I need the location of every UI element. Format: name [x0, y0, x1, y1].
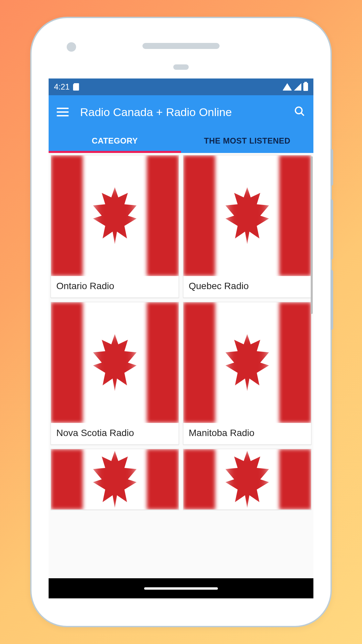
category-label: Quebec Radio [183, 276, 311, 298]
svg-line-1 [301, 113, 304, 116]
phone-speaker [142, 43, 220, 49]
battery-icon [303, 83, 308, 91]
category-card[interactable]: Quebec Radio [183, 155, 311, 298]
wifi-icon [283, 83, 292, 91]
sd-card-icon [73, 83, 79, 91]
category-label: Ontario Radio [51, 276, 179, 298]
status-time: 4:21 [54, 82, 70, 92]
phone-side-button [330, 270, 333, 330]
tab-category[interactable]: CATEGORY [49, 129, 181, 153]
canada-flag-icon [183, 449, 311, 509]
phone-notch [173, 64, 189, 70]
phone-side-button [330, 199, 333, 260]
canada-flag-icon [51, 155, 179, 276]
app-title: Radio Canada + Radio Online [80, 106, 294, 119]
canada-flag-icon [51, 302, 179, 423]
menu-icon[interactable] [57, 108, 69, 116]
tab-label: THE MOST LISTENED [204, 136, 291, 146]
category-card[interactable]: Ontario Radio [51, 155, 179, 298]
category-card[interactable] [51, 449, 179, 510]
phone-camera [67, 42, 76, 52]
search-icon[interactable] [294, 106, 305, 118]
app-bar: Radio Canada + Radio Online [49, 95, 313, 129]
tab-label: CATEGORY [92, 136, 138, 146]
category-card[interactable]: Manitoba Radio [183, 302, 311, 445]
category-card[interactable]: Nova Scotia Radio [51, 302, 179, 445]
category-grid: Ontario Radio Quebec Radio Nova Scotia R… [49, 153, 313, 512]
status-bar: 4:21 [49, 78, 313, 95]
screen: 4:21 Radio Canada + Radio Online C [49, 78, 313, 598]
tab-most-listened[interactable]: THE MOST LISTENED [181, 129, 313, 153]
category-card[interactable] [183, 449, 311, 510]
svg-point-0 [295, 107, 302, 114]
phone-side-button [330, 149, 333, 186]
home-indicator[interactable] [144, 587, 218, 590]
content[interactable]: Ontario Radio Quebec Radio Nova Scotia R… [49, 153, 313, 598]
tabs: CATEGORY THE MOST LISTENED [49, 129, 313, 153]
phone-frame: 4:21 Radio Canada + Radio Online C [30, 17, 332, 627]
canada-flag-icon [183, 155, 311, 276]
category-label: Nova Scotia Radio [51, 423, 179, 444]
navigation-bar [49, 578, 313, 598]
scrollbar[interactable] [311, 156, 313, 314]
category-label: Manitoba Radio [183, 423, 311, 444]
canada-flag-icon [183, 302, 311, 423]
signal-icon [294, 83, 301, 91]
canada-flag-icon [51, 449, 179, 509]
